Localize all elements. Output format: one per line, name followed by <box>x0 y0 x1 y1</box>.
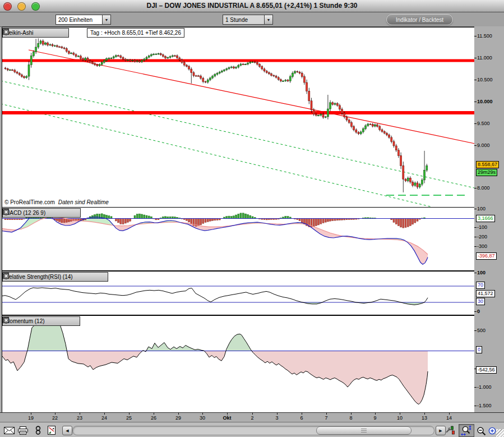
chevron-down-icon[interactable]: ▼ <box>102 15 110 24</box>
time-tick <box>351 413 352 415</box>
time-tick <box>178 413 179 415</box>
time-tick <box>375 413 376 415</box>
detach-window-icon[interactable] <box>60 318 67 325</box>
time-label: 10 <box>397 415 403 421</box>
axis-label: 9.500 <box>474 121 490 126</box>
rsi-panel-header: Relative Strength(RSI) (14) <box>2 272 108 282</box>
export-chart-icon[interactable] <box>46 425 57 435</box>
close-icon[interactable] <box>98 273 105 280</box>
time-label: 23 <box>77 415 82 421</box>
macd-panel: MACD (12 26 9) <box>2 207 475 271</box>
timeframe-dropdown[interactable]: 1 Stunde ▼ <box>223 15 273 25</box>
application-window: DJI – DOW JONES INDUSTRIAL A 8.655,01 (+… <box>0 0 504 437</box>
rsi-panel: Relative Strength(RSI) (14) <box>2 271 475 315</box>
time-label: 13 <box>422 415 427 421</box>
time-label: 19 <box>28 415 34 421</box>
wrench-icon[interactable] <box>39 29 46 36</box>
axis-label: 10.500 <box>474 77 493 82</box>
time-tick <box>104 413 105 415</box>
detach-window-icon[interactable] <box>61 209 68 217</box>
time-label: 2 <box>251 415 253 421</box>
top-toolbar: 200 Einheiten ▼ 1 Stunde ▼ Indikator / B… <box>0 12 504 27</box>
close-icon[interactable] <box>59 29 66 36</box>
axis-label: 10.000 <box>474 99 493 104</box>
scroll-left-button[interactable]: ◀ <box>62 426 72 435</box>
detach-window-icon[interactable] <box>88 273 95 280</box>
time-label: 22 <box>52 415 58 421</box>
zoom-select-tool[interactable] <box>459 424 474 437</box>
time-label: 7 <box>325 415 327 421</box>
copyright-note: © ProRealTime.comDaten sind Realtime <box>4 199 109 205</box>
value-badge: 8.558,67 <box>476 161 499 168</box>
time-label: 25 <box>126 415 132 421</box>
bottom-toolbar: ◀ ▶ <box>0 422 504 437</box>
time-label: 29 <box>175 415 181 421</box>
momentum-panel-title: Momentum (12) <box>5 318 45 324</box>
macd-panel-title: MACD (12 26 9) <box>5 210 45 216</box>
value-badge: -396,87 <box>476 252 497 260</box>
wrench-icon[interactable] <box>78 273 85 280</box>
time-tick <box>277 413 278 415</box>
time-tick <box>202 413 203 415</box>
time-label: 9 <box>373 415 376 421</box>
axis-label: -100 <box>474 224 487 230</box>
timeframe-dropdown-value: 1 Stunde <box>223 17 264 23</box>
indikator-backtest-button[interactable]: Indikator / Backtest <box>386 14 453 25</box>
time-label: 6 <box>300 415 303 421</box>
chevron-down-icon[interactable]: ▼ <box>264 15 272 24</box>
chart-settings-icon[interactable] <box>445 425 456 435</box>
wrench-icon[interactable] <box>50 318 57 325</box>
detach-window-icon[interactable] <box>49 29 56 36</box>
value-badge: 3,1666 <box>476 215 495 222</box>
axis-label: -200 <box>474 234 487 240</box>
price-panel-header: Heikin-Ashi <box>2 28 69 38</box>
link-icon[interactable] <box>33 425 44 435</box>
wrench-icon[interactable] <box>50 209 58 217</box>
time-tick <box>424 413 425 415</box>
zoom-out-icon[interactable] <box>476 426 487 436</box>
resize-grip[interactable] <box>496 429 504 437</box>
axis-label: -300 <box>474 243 487 249</box>
mail-icon[interactable] <box>3 425 15 435</box>
axis-label: 9.000 <box>474 142 490 148</box>
print-icon[interactable] <box>17 425 29 435</box>
axis-label: -1.500 <box>474 403 492 408</box>
axis-label: 8.000 <box>474 185 490 191</box>
axis-label: -1.000 <box>474 384 492 390</box>
time-label: 30 <box>200 415 205 421</box>
realtime-note: Daten sind Realtime <box>58 199 109 205</box>
time-tick <box>326 413 327 415</box>
units-dropdown[interactable]: 200 Einheiten ▼ <box>56 15 111 25</box>
time-tick <box>31 413 31 415</box>
axis-label: 100 <box>474 206 485 211</box>
momentum-chart-canvas[interactable] <box>2 316 475 413</box>
time-tick <box>129 413 130 415</box>
scrollbar-thumb[interactable] <box>316 426 411 435</box>
axis-label: 0 <box>474 309 480 314</box>
time-tick <box>302 413 302 415</box>
value-badge: -542,56 <box>476 366 497 374</box>
value-badge: 70 <box>476 282 485 289</box>
time-label: 8 <box>349 415 352 421</box>
time-label: 24 <box>101 415 107 421</box>
time-label: Okt <box>223 415 231 421</box>
window-title: DJI – DOW JONES INDUSTRIAL A 8.655,01 (+… <box>0 2 504 10</box>
axis-label: 11.000 <box>474 55 492 61</box>
price-chart-canvas[interactable] <box>2 27 475 207</box>
price-panel: Heikin-Ashi Tag : +Hoch 8.655,01 +Tief 8… <box>2 27 475 208</box>
close-icon[interactable] <box>70 318 77 325</box>
rsi-panel-title: Relative Strength(RSI) (14) <box>5 274 73 280</box>
day-range-info: Tag : +Hoch 8.655,01 +Tief 8.462,26 <box>87 28 184 38</box>
value-badge: 0 <box>476 346 482 353</box>
time-tick <box>252 413 253 415</box>
units-dropdown-value: 200 Einheiten <box>56 17 102 23</box>
time-tick <box>154 413 154 415</box>
time-label: 3 <box>275 415 278 421</box>
momentum-panel-header: Momentum (12) <box>2 316 80 326</box>
value-badge: 41,572 <box>476 290 495 297</box>
axis-label: 100 <box>474 270 485 275</box>
chart-scrollbar[interactable] <box>72 426 434 435</box>
close-icon[interactable] <box>71 209 78 217</box>
time-tick <box>227 413 228 415</box>
time-axis: 1922232425262930Okt236789101314 <box>0 412 504 422</box>
